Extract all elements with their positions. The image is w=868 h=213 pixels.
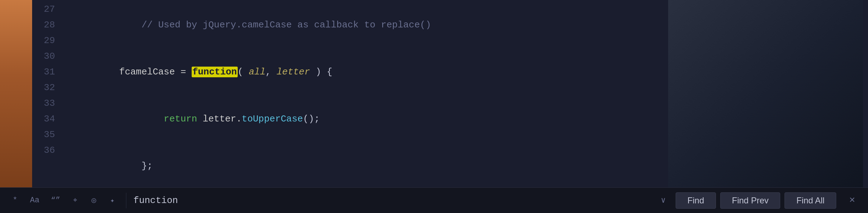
find-close-button[interactable]: × bbox=[845, 193, 859, 207]
find-action-buttons: Find Find Prev Find All bbox=[676, 192, 836, 209]
find-option-target-button[interactable]: ◎ bbox=[87, 194, 100, 207]
line-number: 30 bbox=[32, 48, 55, 64]
code-line-31: // Used by jQuery.camelCase as callback … bbox=[64, 1, 668, 48]
line-number: 32 bbox=[32, 80, 55, 95]
right-scenic-panel bbox=[668, 0, 868, 187]
left-decorative-panel bbox=[0, 0, 32, 187]
identifier: fcamelCase = bbox=[119, 67, 192, 77]
find-option-magic-button[interactable]: ✦ bbox=[106, 194, 119, 206]
find-option-quotes-button[interactable]: “” bbox=[48, 194, 63, 206]
find-option-regex-button[interactable]: ⌖ bbox=[69, 195, 82, 206]
find-input[interactable] bbox=[133, 195, 651, 206]
case-icon: Aa bbox=[30, 196, 39, 205]
find-all-button[interactable]: Find All bbox=[784, 192, 836, 209]
code-line-33: return letter.toUpperCase(); bbox=[64, 95, 668, 142]
magic-icon: ✦ bbox=[110, 196, 115, 205]
line-number: 29 bbox=[32, 33, 55, 48]
find-bar-divider bbox=[126, 193, 126, 208]
line-number: 36 bbox=[32, 142, 55, 158]
code-content: 27 28 29 30 31 32 33 34 35 36 // Used by… bbox=[32, 0, 668, 187]
find-dropdown-button[interactable]: ∨ bbox=[657, 194, 670, 207]
find-bar: * Aa “” ⌖ ◎ ✦ ∨ Find Find Prev Find All … bbox=[0, 187, 868, 213]
line-number: 27 bbox=[32, 1, 55, 17]
line-number: 33 bbox=[32, 95, 55, 111]
find-option-case-button[interactable]: Aa bbox=[27, 194, 42, 206]
code-line-32: fcamelCase = function( all, letter ) { bbox=[64, 48, 668, 95]
code-line-34: }; bbox=[64, 142, 668, 187]
target-icon: ◎ bbox=[91, 196, 96, 205]
code-lines: // Used by jQuery.camelCase as callback … bbox=[61, 1, 668, 187]
line-number: 28 bbox=[32, 17, 55, 33]
asterisk-icon: * bbox=[12, 196, 17, 205]
find-button[interactable]: Find bbox=[676, 192, 716, 209]
highlighted-function-keyword: function bbox=[192, 67, 238, 77]
editor-area: 27 28 29 30 31 32 33 34 35 36 // Used by… bbox=[0, 0, 868, 187]
line-number: 35 bbox=[32, 127, 55, 142]
find-option-wildcard-button[interactable]: * bbox=[9, 194, 21, 206]
comment-text: // Used by jQuery.camelCase as callback … bbox=[119, 20, 431, 30]
quotes-icon: “” bbox=[51, 196, 60, 205]
regex-icon: ⌖ bbox=[73, 196, 77, 204]
line-number: 31 bbox=[32, 64, 55, 80]
line-number: 34 bbox=[32, 111, 55, 127]
code-editor: 27 28 29 30 31 32 33 34 35 36 // Used by… bbox=[32, 0, 668, 187]
find-input-area bbox=[133, 195, 651, 206]
line-numbers: 27 28 29 30 31 32 33 34 35 36 bbox=[32, 1, 61, 187]
find-prev-button[interactable]: Find Prev bbox=[720, 192, 781, 209]
scrollbar-track[interactable] bbox=[863, 0, 868, 187]
chevron-down-icon: ∨ bbox=[661, 196, 666, 205]
